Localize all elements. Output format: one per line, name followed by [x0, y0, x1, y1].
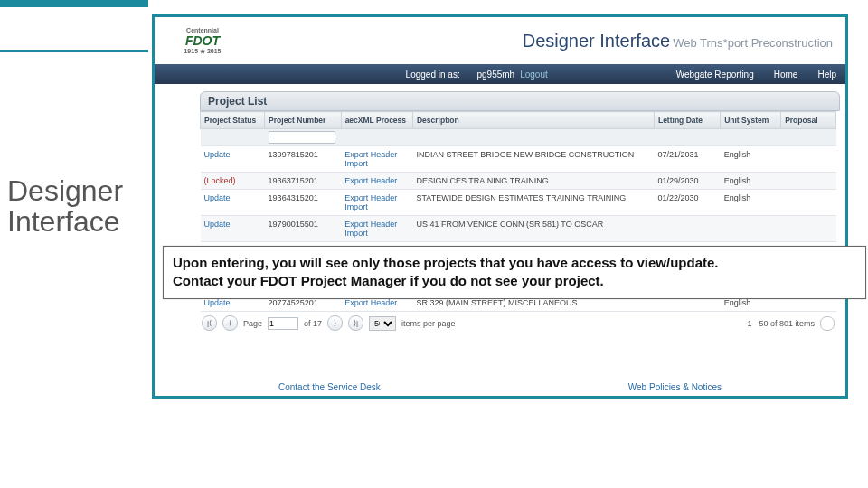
table-row: Update19790015501Export HeaderImportUS 4…	[201, 216, 836, 242]
footer-contact-link[interactable]: Contact the Service Desk	[278, 382, 381, 392]
app-header: Centennial FDOT 1915 ★ 2015 Designer Int…	[155, 17, 845, 64]
pager-page-input[interactable]	[268, 317, 298, 330]
export-header-link[interactable]: Export Header	[344, 298, 397, 307]
status-link[interactable]: Update	[204, 193, 231, 202]
pager-summary: 1 - 50 of 801 items	[747, 319, 815, 328]
panel-title: Project List	[200, 91, 840, 111]
pager-last-icon[interactable]: ⟩|	[348, 315, 363, 331]
col-letting-date[interactable]: Letting Date	[654, 112, 720, 129]
letting-date-cell: 01/22/2030	[654, 190, 720, 216]
col-description[interactable]: Description	[412, 112, 654, 129]
description-cell: INDIAN STREET BRIDGE NEW BRIDGE CONSTRUC…	[412, 146, 654, 173]
pager: |⟨ ⟨ Page of 17 ⟩ ⟩| 50 items per page 1…	[200, 312, 836, 334]
pager-first-icon[interactable]: |⟨	[202, 315, 217, 331]
pager-pagesize-label: items per page	[401, 319, 456, 328]
description-cell: US 41 FROM VENICE CONN (SR 581) TO OSCAR	[412, 216, 654, 242]
project-number-cell: 13097815201	[265, 146, 342, 173]
logout-link[interactable]: Logout	[520, 70, 548, 80]
pager-page-label: Page	[243, 319, 262, 328]
status-link[interactable]: Update	[204, 220, 231, 229]
status-link[interactable]: Update	[204, 150, 231, 159]
description-cell: DESIGN CES TRAINING TRAINING	[412, 173, 654, 190]
col-project-status[interactable]: Project Status	[201, 112, 265, 129]
export-header-link[interactable]: Export Header	[344, 220, 397, 229]
letting-date-cell: 01/29/2030	[654, 173, 720, 190]
help-link[interactable]: Help	[817, 70, 836, 80]
unit-system-cell	[721, 216, 781, 242]
pager-next-icon[interactable]: ⟩	[327, 315, 343, 331]
project-number-cell: 19364315201	[265, 190, 342, 216]
webgate-link[interactable]: Webgate Reporting	[676, 70, 754, 80]
import-link[interactable]: Import	[344, 159, 368, 168]
unit-system-cell: English	[721, 146, 781, 173]
export-header-link[interactable]: Export Header	[344, 193, 397, 202]
col-project-number[interactable]: Project Number	[265, 112, 342, 129]
table-row: Update19364315201Export HeaderImportSTAT…	[201, 190, 836, 216]
menubar: Logged in as: pg955mh Logout Webgate Rep…	[155, 64, 845, 84]
fdot-logo: Centennial FDOT 1915 ★ 2015	[162, 23, 243, 59]
pager-of-label: of 17	[304, 319, 322, 328]
app-subtitle: Web Trns*port Preconstruction	[673, 36, 833, 50]
unit-system-cell: English	[721, 190, 781, 216]
footer-policies-link[interactable]: Web Policies & Notices	[628, 382, 722, 392]
col-aecxml-process[interactable]: aecXML Process	[341, 112, 412, 129]
slide-title: DesignerInterface	[7, 176, 123, 237]
unit-system-cell: English	[721, 173, 781, 190]
refresh-icon[interactable]	[820, 316, 835, 331]
project-grid: Project Status Project Number aecXML Pro…	[200, 111, 836, 334]
description-cell: STATEWIDE DESIGN ESTIMATES TRAINING TRAI…	[412, 190, 654, 216]
export-header-link[interactable]: Export Header	[344, 150, 397, 159]
col-unit-system[interactable]: Unit System	[721, 112, 781, 129]
filter-project-number[interactable]	[269, 131, 335, 144]
col-proposal[interactable]: Proposal	[781, 112, 836, 129]
pager-prev-icon[interactable]: ⟨	[222, 315, 238, 331]
import-link[interactable]: Import	[344, 229, 368, 238]
letting-date-cell	[654, 216, 720, 242]
status-link: (Locked)	[204, 176, 236, 185]
table-row: (Locked)19363715201Export HeaderDESIGN C…	[201, 173, 836, 190]
pager-pagesize-select[interactable]: 50	[369, 316, 396, 331]
logged-in-label: Logged in as: pg955mh	[392, 70, 515, 80]
export-header-link[interactable]: Export Header	[344, 176, 397, 185]
slide-accent	[0, 0, 148, 52]
project-number-cell: 19363715201	[265, 173, 342, 190]
table-row: Update13097815201Export HeaderImportINDI…	[201, 146, 836, 173]
app-title: Designer Interface	[523, 31, 670, 51]
project-number-cell: 19790015501	[265, 216, 342, 242]
home-link[interactable]: Home	[774, 70, 798, 80]
instruction-callout: Upon entering, you will see only those p…	[163, 246, 866, 299]
app-window: Centennial FDOT 1915 ★ 2015 Designer Int…	[152, 14, 848, 399]
letting-date-cell: 07/21/2031	[654, 146, 720, 173]
import-link[interactable]: Import	[344, 202, 368, 211]
status-link[interactable]: Update	[204, 298, 231, 307]
